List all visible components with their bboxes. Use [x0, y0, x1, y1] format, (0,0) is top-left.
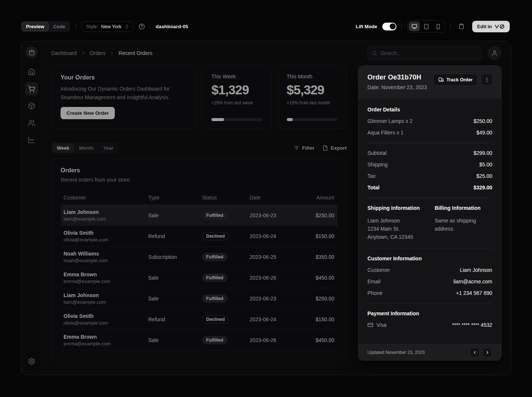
users-icon: [28, 119, 35, 127]
desktop-view-button[interactable]: [409, 22, 420, 31]
tab-preview[interactable]: Preview: [22, 22, 49, 31]
monitor-icon: [412, 24, 417, 29]
tab-code[interactable]: Code: [49, 22, 70, 31]
divider: [150, 23, 150, 29]
track-order-button[interactable]: Track Order: [433, 74, 478, 86]
avatar[interactable]: [487, 46, 501, 60]
more-options-button[interactable]: [481, 74, 493, 86]
order-amount: $150.00: [299, 233, 337, 239]
customer-name: Olivia Smith: [64, 313, 142, 319]
tab-month[interactable]: Month: [74, 143, 98, 153]
stat-delta: +25% from last week: [211, 100, 262, 105]
sidebar-item-analytics[interactable]: [25, 133, 38, 147]
sidebar-item-settings[interactable]: [25, 355, 38, 368]
table-row[interactable]: Liam Johnson liam@example.com Sale Fulfi…: [61, 205, 337, 226]
filter-button[interactable]: Filter: [294, 145, 314, 151]
style-select-value: New York: [101, 24, 121, 29]
customer-name: Liam Johnson: [64, 292, 142, 298]
mobile-view-button[interactable]: [432, 22, 444, 31]
sidebar-item-products[interactable]: [25, 99, 38, 113]
copy-code-button[interactable]: [456, 21, 467, 32]
smartphone-icon: [435, 24, 441, 29]
style-select[interactable]: Style: New York: [81, 21, 133, 32]
billing-info-text: Same as shipping address: [435, 217, 492, 233]
chevron-left-icon: [473, 350, 477, 355]
progress-fill: [287, 118, 293, 121]
next-order-button[interactable]: [483, 348, 492, 357]
table-toolbar: WeekMonthYear Filter Export: [51, 142, 347, 153]
sidebar-item-customers[interactable]: [25, 116, 38, 130]
table-row[interactable]: Olivia Smith olivia@example.com Refund D…: [61, 309, 337, 330]
search-box: [367, 46, 481, 60]
dashboard-content: Your Orders Introducing Our Dynamic Orde…: [42, 65, 511, 375]
table-row[interactable]: Emma Brown emma@example.com Sale Fulfill…: [61, 330, 337, 351]
order-type: Refund: [145, 233, 199, 239]
lift-mode-label: Lift Mode: [356, 24, 377, 29]
customer-info-row: CustomerLiam Johnson: [367, 267, 492, 273]
period-tabs: WeekMonthYear: [51, 143, 119, 153]
edit-in-v0-button[interactable]: Edit in: [472, 21, 510, 32]
edit-in-v0-label: Edit in: [477, 24, 492, 29]
column-header-amount: Amount: [299, 195, 337, 201]
truck-icon: [438, 77, 444, 82]
order-type: Subscription: [145, 254, 199, 260]
toolbar: Preview Code Style: New York dashboard-0…: [21, 20, 510, 33]
sidebar-item-orders[interactable]: [25, 82, 38, 95]
create-new-order-button[interactable]: Create New Order: [61, 107, 115, 119]
store-logo-button[interactable]: [26, 46, 38, 58]
help-icon[interactable]: [139, 23, 145, 30]
shipping-address: Liam Johnson1234 Main St.Anytown, CA 123…: [367, 217, 428, 241]
order-amount: $350.00: [299, 254, 337, 260]
chevron-right-icon: [81, 51, 86, 56]
dashboard-header: DashboardOrdersRecent Orders: [42, 41, 511, 65]
order-amount: $450.00: [299, 337, 337, 343]
order-amount: $250.00: [299, 212, 337, 218]
order-totals-list: Subtotal$299.00Shipping$5.00Tax$25.00Tot…: [367, 150, 492, 191]
filter-label: Filter: [302, 145, 314, 151]
table-header-row: CustomerTypeStatusDateAmount: [61, 190, 337, 205]
chevron-right-icon: [109, 51, 115, 56]
user-icon: [491, 50, 498, 56]
export-label: Export: [331, 145, 347, 151]
tablet-view-button[interactable]: [421, 22, 432, 31]
file-icon: [322, 145, 328, 151]
order-type: Refund: [145, 316, 199, 322]
sidebar-item-home[interactable]: [25, 65, 38, 78]
customer-name: Liam Johnson: [64, 209, 142, 215]
search-input[interactable]: [380, 50, 477, 56]
previous-order-button[interactable]: [470, 348, 480, 357]
order-amount: $150.00: [299, 316, 337, 322]
customer-email: olivia@example.com: [64, 237, 142, 243]
order-date: 2023-06-26: [247, 337, 299, 343]
breadcrumb-item[interactable]: Dashboard: [51, 50, 77, 56]
tab-week[interactable]: Week: [52, 143, 74, 153]
table-row[interactable]: Liam Johnson liam@example.com Sale Fulfi…: [61, 288, 337, 309]
table-row[interactable]: Noah Williams noah@example.com Subscript…: [61, 247, 337, 267]
separator: [367, 143, 492, 143]
lift-mode-toggle[interactable]: [382, 23, 396, 30]
package2-icon: [29, 49, 35, 56]
order-details-title: Order Details: [367, 107, 492, 113]
progress-fill: [211, 118, 224, 121]
tab-year[interactable]: Year: [98, 143, 118, 153]
v0-logo-icon: [494, 24, 505, 29]
billing-info-title: Billing Information: [435, 205, 492, 211]
customer-name: Emma Brown: [64, 334, 142, 340]
chevrons-up-down-icon: [124, 24, 129, 29]
customer-info-row: Emailliam@acme.com: [367, 279, 492, 284]
order-item-row: Aqua Filters x 1$49.00: [367, 130, 492, 136]
address-line: Liam Johnson: [367, 217, 428, 225]
table-row[interactable]: Olivia Smith olivia@example.com Refund D…: [61, 226, 337, 247]
table-row[interactable]: Emma Brown emma@example.com Sale Fulfill…: [61, 267, 337, 288]
breadcrumb-item[interactable]: Orders: [90, 50, 106, 56]
ellipsis-vertical-icon: [484, 77, 490, 82]
status-badge: Declined: [202, 315, 229, 323]
orders-column: Your Orders Introducing Our Dynamic Orde…: [51, 66, 347, 360]
divider: [450, 23, 451, 29]
export-button[interactable]: Export: [322, 145, 347, 151]
customer-email: liam@example.com: [64, 299, 142, 305]
search-icon: [372, 51, 377, 56]
separator: [367, 303, 492, 303]
stat-card-week: This Week $1,329 +25% from last week: [202, 66, 272, 129]
order-type: Sale: [145, 212, 199, 218]
